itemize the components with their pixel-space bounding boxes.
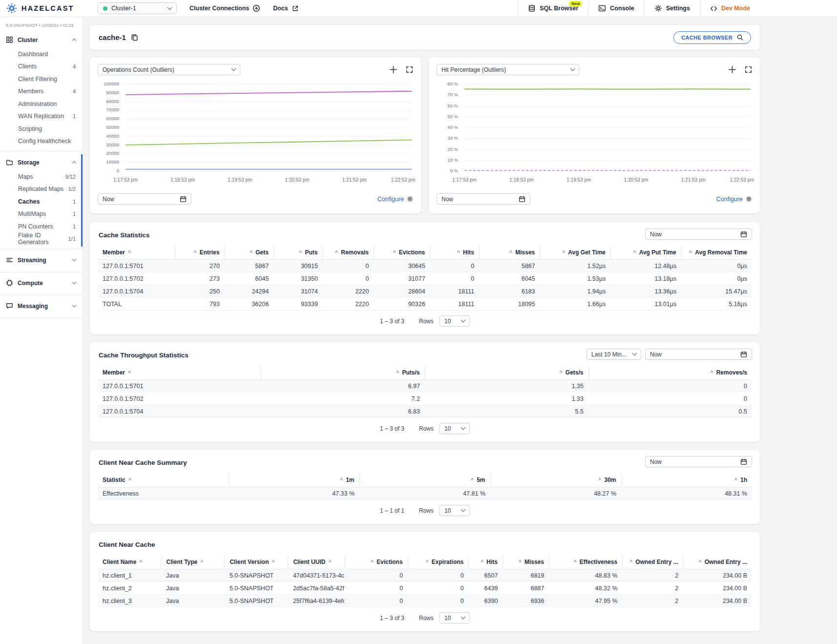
sidebar-item-replicated-maps[interactable]: Replicated Maps1/2 xyxy=(0,183,83,196)
column-header-gets-s[interactable]: ^Gets/s xyxy=(425,366,588,380)
column-header-5m[interactable]: ^5m xyxy=(359,473,490,487)
settings-button[interactable]: Settings xyxy=(644,0,700,17)
column-header-puts[interactable]: ^Puts xyxy=(273,246,322,260)
sidebar-item-clients[interactable]: Clients4 xyxy=(0,61,83,73)
column-header-owned-entry[interactable]: ^Owned Entry ... xyxy=(683,555,752,569)
column-header-gets[interactable]: ^Gets xyxy=(225,246,273,260)
column-header-entries[interactable]: ^Entries xyxy=(175,246,224,260)
cluster-select[interactable]: Cluster-1 xyxy=(98,2,177,14)
table-row[interactable]: TOTAL793362069333922209032618111180951.6… xyxy=(98,298,752,311)
rows-per-page-select[interactable]: 10 xyxy=(439,612,470,623)
column-header-effectiveness[interactable]: ^Effectiveness xyxy=(549,555,623,569)
table-cell: 0 xyxy=(588,380,752,393)
configure-link[interactable]: Configure xyxy=(716,196,752,203)
table-row[interactable]: 127.0.0.1:5701270586730915030645058671.5… xyxy=(98,260,752,272)
sidebar-item-client-filtering[interactable]: Client Filtering xyxy=(0,73,83,85)
column-header-client-type[interactable]: Client Type^ xyxy=(161,555,225,569)
table-row[interactable]: 127.0.0.1:57046.835.50.5 xyxy=(98,405,752,418)
time-picker[interactable]: Now xyxy=(645,229,752,240)
sidebar-item-dashboard[interactable]: Dashboard xyxy=(0,48,83,61)
column-header-avg-get-time[interactable]: ^Avg Get Time xyxy=(540,246,611,260)
column-header-1m[interactable]: ^1m xyxy=(229,473,359,487)
hazelcast-logo[interactable]: HAZELCAST xyxy=(0,2,83,14)
table-row[interactable]: hz.client_2Java5.0-SNAPSHOT2d5ac7fa-58a5… xyxy=(98,582,752,595)
column-header-avg-removal-time[interactable]: ^Avg Removal Time xyxy=(681,246,752,260)
column-header-removes-s[interactable]: ^Removes/s xyxy=(588,366,752,380)
sql-browser-button[interactable]: New SQL Browser xyxy=(518,0,588,17)
y-tick-label: 30000 xyxy=(106,143,119,147)
column-header-removals[interactable]: ^Removals xyxy=(323,246,374,260)
column-header-expirations[interactable]: ^Expirations xyxy=(408,555,469,569)
column-header-client-version[interactable]: Client Version^ xyxy=(225,555,288,569)
time-picker[interactable]: Now xyxy=(437,193,530,205)
table-row[interactable]: 127.0.0.1:5702273604531350031077060451.5… xyxy=(98,272,752,285)
column-header-evictions[interactable]: ^Evictions xyxy=(374,246,430,260)
sidebar-item-multimaps[interactable]: MultiMaps1 xyxy=(0,208,83,221)
cache-browser-button[interactable]: CACHE BROWSER xyxy=(673,31,751,44)
rows-per-page-select[interactable]: 10 xyxy=(439,315,470,327)
column-header-statistic[interactable]: Statistic^ xyxy=(98,473,229,487)
console-button[interactable]: Console xyxy=(588,0,644,17)
sidebar-item-caches[interactable]: Caches1 xyxy=(0,195,83,208)
sidebar-item-maps[interactable]: Maps9/12 xyxy=(0,170,83,183)
cluster-connections-link[interactable]: Cluster Connections xyxy=(189,4,260,12)
sidebar-item-wan-replication[interactable]: WAN Replication1 xyxy=(0,110,83,123)
table-cell: 6507 xyxy=(469,569,503,582)
column-header-member[interactable]: Member^ xyxy=(98,246,175,260)
column-header-evictions[interactable]: ^Evictions xyxy=(344,555,408,569)
column-header-client-name[interactable]: Client Name^ xyxy=(98,555,161,569)
time-picker[interactable]: Now xyxy=(645,456,752,467)
table-row[interactable]: hz.client_3Java5.0-SNAPSHOT25f7f6a4-6139… xyxy=(98,595,752,607)
sidebar-item-label: Administration xyxy=(18,101,57,107)
sidebar-item-scripting[interactable]: Scripting xyxy=(0,123,83,135)
copy-icon[interactable] xyxy=(131,34,138,41)
sidebar-item-pn-counters[interactable]: PN Counters1 xyxy=(0,220,83,233)
column-header-30m[interactable]: ^30m xyxy=(490,473,621,487)
table-row[interactable]: Effectiveness47.33 %47.81 %48.27 %48.31 … xyxy=(98,487,752,500)
fullscreen-icon[interactable] xyxy=(745,66,752,73)
sidebar-section-header-messaging[interactable]: Messaging xyxy=(0,298,83,314)
table-row[interactable]: 127.0.0.1:570425024294310742220286041811… xyxy=(98,285,752,298)
column-header-client-uuid[interactable]: Client UUID^ xyxy=(288,555,344,569)
sidebar-item-badge: 1 xyxy=(73,113,76,119)
column-header-member[interactable]: Member^ xyxy=(98,366,261,380)
sidebar-item-administration[interactable]: Administration xyxy=(0,98,83,110)
time-picker[interactable]: Now xyxy=(645,349,752,360)
dev-mode-button[interactable]: Dev Mode xyxy=(700,0,760,17)
column-header-1h[interactable]: ^1h xyxy=(621,473,752,487)
sidebar-section-header-cluster[interactable]: Cluster xyxy=(0,32,83,48)
fullscreen-icon[interactable] xyxy=(406,66,413,73)
sidebar-section-header-compute[interactable]: Compute xyxy=(0,275,83,291)
chevron-down-icon xyxy=(167,5,172,10)
rows-per-page-select[interactable]: 10 xyxy=(439,505,470,516)
table-row[interactable]: hz.client_1Java5.0-SNAPSHOT47d04371-5173… xyxy=(98,569,752,582)
sidebar-item-flake-id-generators[interactable]: Flake ID Generators1/1 xyxy=(0,233,83,246)
table-cell: 30645 xyxy=(374,260,430,272)
add-chart-icon[interactable] xyxy=(728,65,736,74)
rows-per-page-select[interactable]: 10 xyxy=(439,423,470,434)
column-header-misses[interactable]: ^Misses xyxy=(502,555,549,569)
column-header-owned-entry[interactable]: ^Owned Entry ... xyxy=(623,555,684,569)
column-header-hits[interactable]: ^Hits xyxy=(430,246,479,260)
sidebar-section-header-storage[interactable]: Storage xyxy=(0,154,83,170)
sidebar-item-members[interactable]: Members4 xyxy=(0,85,83,98)
column-label: Client Version xyxy=(230,559,269,565)
add-chart-icon[interactable] xyxy=(389,65,398,74)
column-label: Entries xyxy=(200,249,220,256)
table-pagination: 1 – 3 of 3 Rows 10 xyxy=(98,311,752,331)
sidebar-section-header-streaming[interactable]: Streaming xyxy=(0,252,83,268)
column-header-puts-s[interactable]: ^Puts/s xyxy=(261,366,425,380)
column-header-avg-put-time[interactable]: ^Avg Put Time xyxy=(610,246,681,260)
docs-link[interactable]: Docs xyxy=(273,5,299,12)
metric-select[interactable]: Hit Percentage (Outliers) xyxy=(437,64,579,75)
table-row[interactable]: 127.0.0.1:57016.971.350 xyxy=(98,380,752,393)
period-select[interactable]: Last 10 Min... xyxy=(586,349,641,360)
metric-select[interactable]: Operations Count (Outliers) xyxy=(98,64,240,75)
sidebar-item-config-healthcheck[interactable]: Config Healthcheck xyxy=(0,135,83,148)
column-header-misses[interactable]: ^Misses xyxy=(479,246,540,260)
metric-select-value: Operations Count (Outliers) xyxy=(103,66,174,73)
time-picker[interactable]: Now xyxy=(98,193,191,205)
configure-link[interactable]: Configure xyxy=(377,196,413,203)
table-row[interactable]: 127.0.0.1:57027.21.330 xyxy=(98,393,752,405)
column-header-hits[interactable]: ^Hits xyxy=(469,555,503,569)
